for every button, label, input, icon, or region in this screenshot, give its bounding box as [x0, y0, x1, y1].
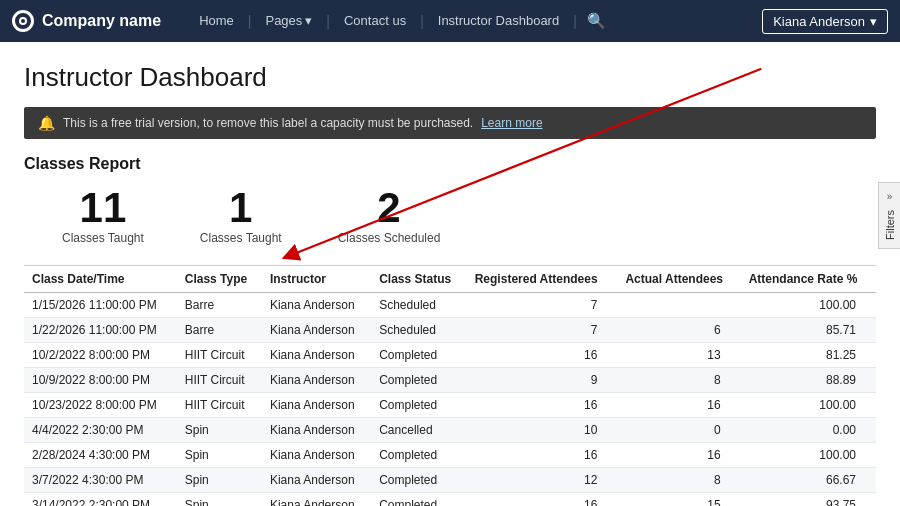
- company-logo[interactable]: Company name: [12, 10, 161, 32]
- stat-block-1: 1 Classes Taught: [172, 187, 310, 245]
- col-status: Class Status: [371, 266, 467, 293]
- cell-status: Completed: [371, 343, 467, 368]
- cell-actual: 0: [617, 418, 740, 443]
- table-row: 10/23/2022 8:00:00 PM HIIT Circuit Kiana…: [24, 393, 876, 418]
- cell-registered: 7: [467, 293, 618, 318]
- cell-rate: 100.00: [741, 293, 876, 318]
- cell-status: Scheduled: [371, 293, 467, 318]
- filters-label: Filters: [884, 210, 896, 240]
- chevron-left-icon: »: [887, 191, 893, 202]
- cell-status: Completed: [371, 468, 467, 493]
- user-menu-button[interactable]: Kiana Anderson ▾: [762, 9, 888, 34]
- trial-text: This is a free trial version, to remove …: [63, 116, 473, 130]
- stat-label-1: Classes Taught: [200, 231, 282, 245]
- cell-type: Spin: [177, 418, 262, 443]
- cell-registered: 16: [467, 443, 618, 468]
- cell-rate: 85.71: [741, 318, 876, 343]
- cell-registered: 16: [467, 393, 618, 418]
- cell-registered: 16: [467, 343, 618, 368]
- cell-actual: 6: [617, 318, 740, 343]
- col-registered: Registered Attendees: [467, 266, 618, 293]
- user-name-label: Kiana Anderson: [773, 14, 865, 29]
- cell-rate: 88.89: [741, 368, 876, 393]
- cell-instructor: Kiana Anderson: [262, 493, 371, 507]
- nav-instructor-dashboard[interactable]: Instructor Dashboard: [424, 0, 573, 42]
- cell-type: Spin: [177, 468, 262, 493]
- nav-pages[interactable]: Pages ▾: [251, 0, 326, 42]
- cell-instructor: Kiana Anderson: [262, 343, 371, 368]
- table-row: 4/4/2022 2:30:00 PM Spin Kiana Anderson …: [24, 418, 876, 443]
- cell-actual: 16: [617, 443, 740, 468]
- learn-more-link[interactable]: Learn more: [481, 116, 542, 130]
- cell-actual: 13: [617, 343, 740, 368]
- table-row: 10/9/2022 8:00:00 PM HIIT Circuit Kiana …: [24, 368, 876, 393]
- table-row: 3/14/2022 2:30:00 PM Spin Kiana Anderson…: [24, 493, 876, 507]
- cell-type: Spin: [177, 493, 262, 507]
- cell-status: Completed: [371, 393, 467, 418]
- cell-date: 2/28/2024 4:30:00 PM: [24, 443, 177, 468]
- filters-sidebar[interactable]: » Filters: [878, 182, 900, 249]
- cell-instructor: Kiana Anderson: [262, 393, 371, 418]
- search-icon[interactable]: 🔍: [577, 12, 616, 30]
- cell-rate: 93.75: [741, 493, 876, 507]
- cell-rate: 100.00: [741, 393, 876, 418]
- cell-registered: 10: [467, 418, 618, 443]
- cell-date: 1/15/2026 11:00:00 PM: [24, 293, 177, 318]
- stat-number-1: 1: [200, 187, 282, 229]
- stat-label-2: Classes Scheduled: [338, 231, 441, 245]
- cell-type: Barre: [177, 318, 262, 343]
- cell-date: 3/14/2022 2:30:00 PM: [24, 493, 177, 507]
- cell-date: 10/9/2022 8:00:00 PM: [24, 368, 177, 393]
- cell-type: HIIT Circuit: [177, 343, 262, 368]
- company-name: Company name: [42, 12, 161, 30]
- cell-type: Spin: [177, 443, 262, 468]
- cell-status: Cancelled: [371, 418, 467, 443]
- stat-block-0: 11 Classes Taught: [34, 187, 172, 245]
- report-section: Classes Report 11 Classes Taught 1 Class…: [24, 155, 876, 506]
- cell-actual: 8: [617, 468, 740, 493]
- table-row: 1/15/2026 11:00:00 PM Barre Kiana Anders…: [24, 293, 876, 318]
- cell-actual: 8: [617, 368, 740, 393]
- cell-date: 10/23/2022 8:00:00 PM: [24, 393, 177, 418]
- cell-instructor: Kiana Anderson: [262, 318, 371, 343]
- user-dropdown-icon: ▾: [870, 14, 877, 29]
- cell-registered: 9: [467, 368, 618, 393]
- cell-rate: 81.25: [741, 343, 876, 368]
- bell-icon: 🔔: [38, 115, 55, 131]
- cell-actual: [617, 293, 740, 318]
- table-row: 2/28/2024 4:30:00 PM Spin Kiana Anderson…: [24, 443, 876, 468]
- cell-status: Completed: [371, 493, 467, 507]
- main-content: Instructor Dashboard 🔔 This is a free tr…: [0, 42, 900, 506]
- table-header-row: Class Date/Time Class Type Instructor Cl…: [24, 266, 876, 293]
- cell-type: Barre: [177, 293, 262, 318]
- cell-instructor: Kiana Anderson: [262, 418, 371, 443]
- cell-date: 10/2/2022 8:00:00 PM: [24, 343, 177, 368]
- table-row: 3/7/2022 4:30:00 PM Spin Kiana Anderson …: [24, 468, 876, 493]
- cell-instructor: Kiana Anderson: [262, 293, 371, 318]
- cell-instructor: Kiana Anderson: [262, 443, 371, 468]
- cell-date: 4/4/2022 2:30:00 PM: [24, 418, 177, 443]
- cell-instructor: Kiana Anderson: [262, 468, 371, 493]
- cell-rate: 66.67: [741, 468, 876, 493]
- chevron-down-icon: ▾: [305, 0, 312, 42]
- cell-actual: 15: [617, 493, 740, 507]
- report-title: Classes Report: [24, 155, 876, 173]
- cell-status: Completed: [371, 368, 467, 393]
- cell-rate: 0.00: [741, 418, 876, 443]
- stats-row: 11 Classes Taught 1 Classes Taught 2 Cla…: [24, 187, 876, 245]
- cell-actual: 16: [617, 393, 740, 418]
- cell-status: Scheduled: [371, 318, 467, 343]
- nav-home[interactable]: Home: [185, 0, 248, 42]
- cell-registered: 12: [467, 468, 618, 493]
- col-actual: Actual Attendees: [617, 266, 740, 293]
- stat-label-0: Classes Taught: [62, 231, 144, 245]
- trial-banner: 🔔 This is a free trial version, to remov…: [24, 107, 876, 139]
- cell-registered: 7: [467, 318, 618, 343]
- cell-date: 1/22/2026 11:00:00 PM: [24, 318, 177, 343]
- col-rate: Attendance Rate %: [741, 266, 876, 293]
- table-row: 10/2/2022 8:00:00 PM HIIT Circuit Kiana …: [24, 343, 876, 368]
- nav-contact[interactable]: Contact us: [330, 0, 420, 42]
- nav-links: Home | Pages ▾ | Contact us | Instructor…: [185, 0, 758, 42]
- cell-rate: 100.00: [741, 443, 876, 468]
- svg-point-0: [20, 18, 26, 24]
